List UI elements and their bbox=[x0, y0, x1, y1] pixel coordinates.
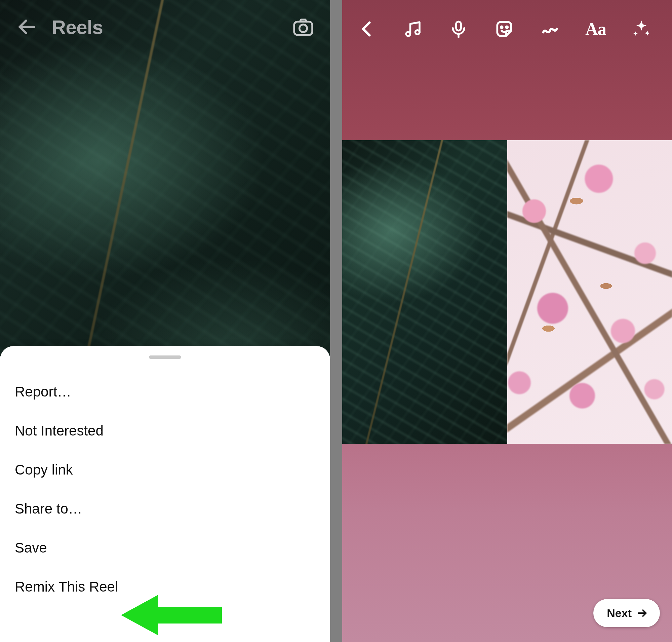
left-screen-reels: Reels Report… Not Interested Copy link S… bbox=[0, 0, 330, 642]
menu-remix-this-reel[interactable]: Remix This Reel bbox=[0, 567, 330, 606]
next-button[interactable]: Next bbox=[593, 599, 660, 627]
sheet-grabber[interactable] bbox=[149, 356, 181, 359]
svg-point-5 bbox=[415, 30, 420, 35]
menu-label: Not Interested bbox=[15, 423, 104, 439]
menu-label: Share to… bbox=[15, 501, 82, 517]
remix-original-video[interactable] bbox=[342, 140, 507, 444]
music-icon[interactable] bbox=[399, 15, 426, 42]
fern-texture bbox=[342, 140, 507, 444]
menu-save[interactable]: Save bbox=[0, 528, 330, 567]
menu-report[interactable]: Report… bbox=[0, 372, 330, 411]
menu-not-interested[interactable]: Not Interested bbox=[0, 411, 330, 450]
mic-icon[interactable] bbox=[445, 15, 472, 42]
camera-icon[interactable] bbox=[290, 13, 317, 40]
remix-split-view bbox=[342, 140, 672, 444]
effects-squiggle-icon[interactable] bbox=[537, 15, 564, 42]
next-button-label: Next bbox=[607, 607, 632, 620]
arrow-right-icon bbox=[636, 607, 648, 619]
menu-copy-link[interactable]: Copy link bbox=[0, 450, 330, 489]
remix-user-video[interactable] bbox=[507, 140, 672, 444]
menu-label: Copy link bbox=[15, 462, 73, 478]
menu-label: Remix This Reel bbox=[15, 579, 118, 595]
svg-point-9 bbox=[506, 26, 508, 28]
text-aa-icon[interactable]: Aa bbox=[582, 15, 609, 42]
reels-header: Reels bbox=[0, 10, 330, 44]
sticker-icon[interactable] bbox=[491, 15, 518, 42]
menu-label: Report… bbox=[15, 384, 71, 400]
editor-toolbar: Aa bbox=[342, 13, 672, 44]
screenshot-pair: Reels Report… Not Interested Copy link S… bbox=[0, 0, 672, 642]
svg-point-8 bbox=[501, 26, 503, 28]
svg-point-2 bbox=[299, 25, 307, 32]
blossom-leaves bbox=[507, 140, 672, 444]
action-sheet: Report… Not Interested Copy link Share t… bbox=[0, 346, 330, 642]
right-screen-remix-editor: Aa Next bbox=[342, 0, 672, 642]
menu-label: Save bbox=[15, 540, 47, 556]
back-chevron-icon[interactable] bbox=[354, 15, 380, 42]
back-arrow-icon[interactable] bbox=[13, 13, 40, 40]
menu-share-to[interactable]: Share to… bbox=[0, 489, 330, 528]
sparkle-icon[interactable] bbox=[628, 15, 655, 42]
page-title: Reels bbox=[52, 16, 103, 38]
svg-point-4 bbox=[406, 32, 411, 36]
svg-rect-6 bbox=[456, 22, 461, 30]
